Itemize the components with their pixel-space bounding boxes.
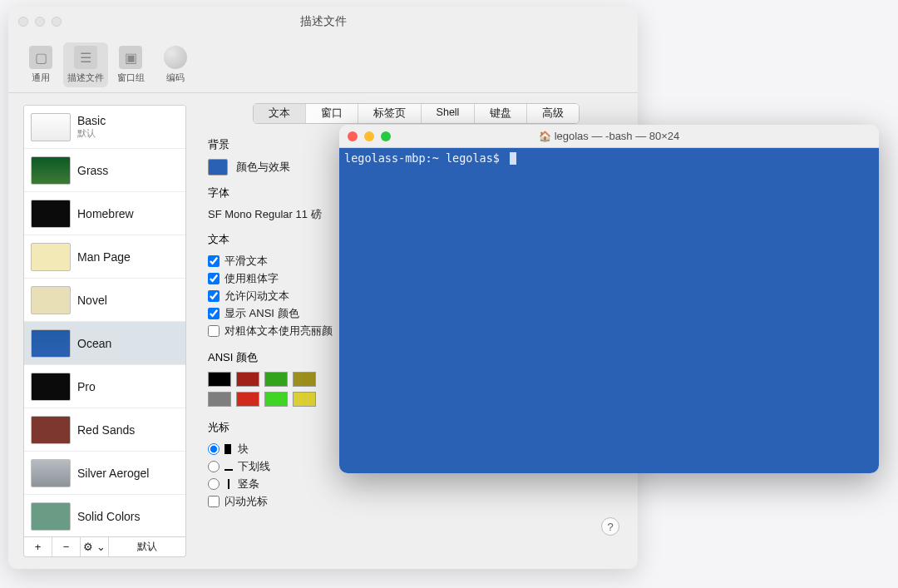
toolbar-window-groups[interactable]: ▣ 窗口组 [108,42,153,87]
globe-icon [164,46,187,69]
zoom-icon[interactable] [381,131,391,141]
home-icon: 🏠 [539,131,551,142]
checkbox-blinkc-input[interactable] [208,496,220,507]
profile-sub: 默认 [77,127,106,140]
radio-bar-label: 竖条 [238,477,259,492]
ansi-swatch[interactable] [236,372,259,387]
profile-item-grass[interactable]: Grass [24,149,185,192]
profile-list[interactable]: Basic 默认 Grass Homebrew Man Page [23,105,186,537]
checkbox-blink-cursor[interactable]: 闪动光标 [208,494,624,509]
radio-cursor-bar[interactable]: 竖条 [208,477,624,492]
terminal-title: 🏠 legolas — -bash — 80×24 [339,130,879,142]
tab-keyboard[interactable]: 键盘 [475,104,527,123]
add-profile-button[interactable]: + [24,537,52,556]
profile-item-pro[interactable]: Pro [24,365,185,408]
checkbox-blinkc-label: 闪动光标 [224,494,268,509]
checkbox-bright-label: 对粗体文本使用亮丽颜 [224,324,333,338]
terminal-prompt: legolass-mbp:~ legolas$ [344,151,506,165]
terminal-cursor-icon [510,152,516,165]
profile-name: Red Sands [77,423,135,437]
profile-thumb-icon [31,373,71,401]
toolbar-encodings[interactable]: 编码 [153,42,198,87]
checkbox-ansi-label: 显示 ANSI 颜色 [224,306,299,321]
minimize-icon[interactable] [35,17,45,27]
profile-item-basic[interactable]: Basic 默认 [24,106,185,149]
checkbox-smooth-label: 平滑文本 [224,254,268,269]
zoom-icon[interactable] [52,17,62,27]
set-default-button[interactable]: 默认 [109,537,185,556]
profile-sidebar: Basic 默认 Grass Homebrew Man Page [23,105,186,557]
profile-item-silver[interactable]: Silver Aerogel [24,452,185,495]
profile-thumb-icon [31,156,71,185]
toolbar-general[interactable]: ▢ 通用 [18,42,63,87]
radio-underline-input[interactable] [208,461,220,472]
close-icon[interactable] [18,17,28,27]
profile-thumb-icon [31,459,71,487]
checkbox-blinktext-input[interactable] [208,290,220,302]
cursor-bar-icon [228,479,229,489]
help-button[interactable]: ? [601,517,619,536]
profile-menu-button[interactable]: ⚙︎ ⌄ [81,537,109,556]
ansi-swatch[interactable] [208,372,231,387]
close-icon[interactable] [348,131,358,141]
tab-advanced[interactable]: 高级 [527,104,579,123]
terminal-body[interactable]: legolass-mbp:~ legolas$ [339,148,879,473]
cursor-block-icon [224,444,231,454]
ansi-swatch[interactable] [264,392,288,407]
profile-item-solid[interactable]: Solid Colors [24,495,185,537]
checkbox-blinktext-label: 允许闪动文本 [224,289,289,304]
tab-window[interactable]: 窗口 [306,104,358,123]
terminal-window: 🏠 legolas — -bash — 80×24 legolass-mbp:~… [339,125,879,473]
tab-tabpage[interactable]: 标签页 [358,104,422,123]
ansi-swatch[interactable] [293,372,316,387]
window-groups-icon: ▣ [119,46,142,69]
profile-item-ocean[interactable]: Ocean [24,322,185,365]
profile-item-novel[interactable]: Novel [24,279,185,322]
radio-bar-input[interactable] [208,478,220,490]
radio-underline-label: 下划线 [238,459,270,474]
toolbar-window-groups-label: 窗口组 [117,72,145,84]
profile-thumb-icon [31,329,71,358]
toolbar-profiles[interactable]: ☰ 描述文件 [63,42,108,87]
remove-profile-button[interactable]: − [52,537,81,556]
checkbox-bold-input[interactable] [208,273,220,284]
profile-thumb-icon [31,286,71,314]
profile-item-redsands[interactable]: Red Sands [24,408,185,452]
tab-shell[interactable]: Shell [422,104,476,123]
terminal-title-bar: 🏠 legolas — -bash — 80×24 [339,125,879,148]
profile-name: Grass [77,164,108,177]
profile-thumb-icon [31,113,71,141]
profile-item-manpage[interactable]: Man Page [24,235,185,279]
profile-name: Ocean [77,337,111,350]
settings-tabs: 文本 窗口 标签页 Shell 键盘 高级 [208,103,624,124]
checkbox-smooth-input[interactable] [208,255,220,267]
background-color-swatch[interactable] [208,159,228,175]
profile-name: Man Page [77,250,131,264]
ansi-swatch[interactable] [208,392,231,407]
profile-name: Basic [77,114,106,127]
radio-block-input[interactable] [208,443,220,455]
terminal-title-text: legolas — -bash — 80×24 [555,130,680,142]
tab-text[interactable]: 文本 [254,104,306,123]
profile-thumb-icon [31,416,71,444]
profile-name: Homebrew [77,207,134,220]
sidebar-footer: + − ⚙︎ ⌄ 默认 [23,537,186,557]
toolbar-profiles-label: 描述文件 [67,72,104,84]
prefs-toolbar: ▢ 通用 ☰ 描述文件 ▣ 窗口组 编码 [8,37,638,93]
profile-thumb-icon [31,243,71,271]
profile-item-homebrew[interactable]: Homebrew [24,192,185,235]
profile-name: Solid Colors [77,510,140,523]
prefs-title: 描述文件 [8,14,638,29]
checkbox-ansi-input[interactable] [208,308,220,319]
background-color-label: 颜色与效果 [236,160,290,175]
ansi-swatch[interactable] [293,392,316,407]
profiles-icon: ☰ [74,46,97,69]
general-icon: ▢ [29,46,52,69]
traffic-lights [18,17,62,27]
ansi-swatch[interactable] [264,372,288,387]
minimize-icon[interactable] [364,131,374,141]
profile-name: Silver Aerogel [77,467,149,480]
checkbox-bright-input[interactable] [208,325,220,337]
toolbar-encodings-label: 编码 [166,72,185,84]
ansi-swatch[interactable] [236,392,259,407]
